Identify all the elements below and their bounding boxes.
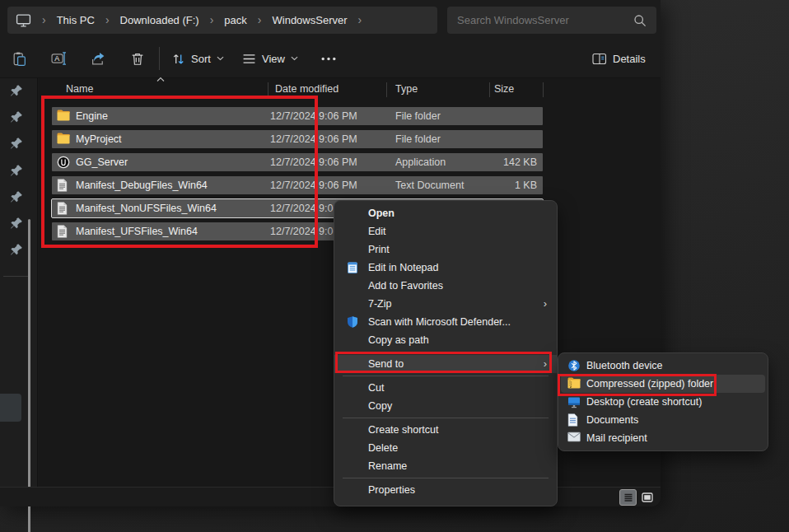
view-label: View bbox=[262, 53, 285, 65]
pin-icon[interactable] bbox=[10, 110, 23, 124]
desktop: This PC Downloaded (F:) pack WindowsServ… bbox=[0, 0, 789, 532]
column-divider[interactable] bbox=[386, 82, 387, 97]
sort-label: Sort bbox=[191, 53, 211, 65]
context-menu: Open Edit Print Edit in Notepad Add to F… bbox=[334, 200, 558, 506]
search-box[interactable] bbox=[447, 7, 656, 34]
column-divider[interactable] bbox=[543, 82, 544, 97]
column-divider[interactable] bbox=[489, 82, 490, 97]
submenu-item-mail-recipient[interactable]: Mail recipient bbox=[561, 429, 765, 447]
breadcrumb-item-this-pc[interactable]: This PC bbox=[57, 14, 95, 26]
text-document-icon bbox=[57, 202, 70, 215]
details-label: Details bbox=[613, 53, 646, 65]
navigation-rail bbox=[0, 78, 38, 487]
menu-item-create-shortcut[interactable]: Create shortcut bbox=[334, 421, 557, 439]
menu-item-send-to[interactable]: Send to bbox=[334, 355, 557, 373]
column-header-name[interactable]: Name bbox=[66, 83, 93, 95]
menu-item-edit[interactable]: Edit bbox=[334, 222, 557, 240]
delete-button[interactable] bbox=[130, 49, 145, 68]
toolbar-divider bbox=[159, 47, 160, 70]
column-header-size[interactable]: Size bbox=[494, 83, 514, 95]
column-header-date[interactable]: Date modified bbox=[275, 83, 338, 95]
file-row-gg-server[interactable]: GG_Server 12/7/2024 9:06 PM Application … bbox=[52, 153, 543, 171]
more-options-button[interactable] bbox=[321, 49, 336, 68]
submenu-item-desktop-create-shortcut[interactable]: Desktop (create shortcut) bbox=[561, 393, 765, 411]
documents-icon bbox=[567, 413, 581, 427]
rail-divider bbox=[3, 276, 30, 277]
menu-item-print[interactable]: Print bbox=[334, 240, 557, 259]
submenu-item-bluetooth-device[interactable]: Bluetooth device bbox=[561, 357, 765, 375]
trash-icon bbox=[130, 51, 145, 67]
file-row-myproject[interactable]: MyProject 12/7/2024 9:06 PM File folder bbox=[52, 130, 543, 148]
send-to-submenu: Bluetooth device Compressed (zipped) fol… bbox=[558, 352, 768, 451]
pin-icon[interactable] bbox=[10, 217, 23, 230]
menu-divider bbox=[343, 352, 549, 352]
menu-item-delete[interactable]: Delete bbox=[334, 439, 557, 457]
menu-item-rename[interactable]: Rename bbox=[334, 457, 557, 475]
menu-item-cut[interactable]: Cut bbox=[334, 379, 557, 397]
folder-icon bbox=[57, 133, 70, 146]
chevron-right-icon bbox=[358, 14, 362, 26]
rail-selected-item[interactable] bbox=[0, 394, 21, 422]
share-icon bbox=[91, 51, 106, 66]
bluetooth-icon bbox=[567, 359, 581, 372]
details-pane-button[interactable]: Details bbox=[592, 49, 646, 68]
scrollbar[interactable] bbox=[28, 219, 30, 532]
svg-text:A: A bbox=[54, 54, 59, 63]
view-button[interactable]: View bbox=[242, 49, 298, 68]
pin-icon[interactable] bbox=[10, 164, 23, 177]
menu-item-scan-with-defender[interactable]: Scan with Microsoft Defender... bbox=[334, 313, 557, 331]
rename-icon: A bbox=[51, 51, 67, 66]
submenu-arrow-icon bbox=[544, 355, 547, 373]
column-header-type[interactable]: Type bbox=[395, 83, 418, 95]
view-icon bbox=[242, 52, 256, 66]
chevron-right-icon bbox=[210, 14, 214, 26]
breadcrumb-item-pack[interactable]: pack bbox=[224, 14, 246, 26]
content-view-icon bbox=[642, 492, 653, 502]
rename-button[interactable]: A bbox=[51, 49, 67, 68]
menu-item-copy-as-path[interactable]: Copy as path bbox=[334, 331, 557, 349]
text-document-icon bbox=[57, 179, 70, 192]
chevron-right-icon bbox=[42, 14, 46, 26]
desktop-icon bbox=[567, 395, 581, 408]
content-view-toggle[interactable] bbox=[638, 489, 656, 506]
pin-icon[interactable] bbox=[10, 190, 23, 203]
column-divider[interactable] bbox=[268, 82, 268, 97]
chevron-right-icon bbox=[105, 14, 110, 26]
zipped-folder-icon bbox=[567, 377, 581, 390]
pin-icon[interactable] bbox=[10, 84, 23, 97]
this-pc-icon bbox=[16, 12, 31, 28]
menu-item-open[interactable]: Open bbox=[334, 204, 557, 222]
address-bar-strip: This PC Downloaded (F:) pack WindowsServ… bbox=[0, 0, 661, 39]
menu-item-7zip[interactable]: 7-Zip bbox=[334, 295, 557, 313]
search-icon bbox=[633, 14, 647, 27]
menu-item-copy[interactable]: Copy bbox=[334, 397, 557, 415]
more-options-icon bbox=[321, 57, 336, 61]
command-bar: A Sort View D bbox=[0, 39, 661, 78]
chevron-down-icon bbox=[291, 56, 298, 61]
search-input[interactable] bbox=[457, 14, 633, 26]
breadcrumb-item-windowsserver[interactable]: WindowsServer bbox=[273, 14, 348, 26]
pin-icon[interactable] bbox=[10, 243, 23, 256]
submenu-item-documents[interactable]: Documents bbox=[561, 411, 765, 429]
chevron-right-icon bbox=[258, 14, 262, 26]
menu-item-add-to-favorites[interactable]: Add to Favorites bbox=[334, 277, 557, 295]
menu-divider bbox=[343, 418, 549, 418]
sort-ascending-icon bbox=[156, 77, 165, 82]
defender-shield-icon bbox=[346, 315, 359, 329]
breadcrumb[interactable]: This PC Downloaded (F:) pack WindowsServ… bbox=[7, 7, 437, 34]
menu-item-properties[interactable]: Properties bbox=[334, 481, 557, 499]
submenu-item-compressed-zipped-folder[interactable]: Compressed (zipped) folder bbox=[561, 375, 765, 393]
file-row-manifest-debug[interactable]: Manifest_DebugFiles_Win64 12/7/2024 9:06… bbox=[52, 176, 543, 194]
list-view-toggle[interactable] bbox=[619, 489, 637, 506]
sort-button[interactable]: Sort bbox=[171, 49, 224, 68]
pin-icon[interactable] bbox=[10, 137, 23, 150]
share-button[interactable] bbox=[91, 49, 106, 68]
breadcrumb-item-drive[interactable]: Downloaded (F:) bbox=[120, 14, 199, 26]
file-row-engine[interactable]: Engine 12/7/2024 9:06 PM File folder bbox=[52, 107, 543, 125]
folder-icon bbox=[57, 110, 70, 123]
menu-item-edit-in-notepad[interactable]: Edit in Notepad bbox=[334, 259, 557, 277]
chevron-down-icon bbox=[217, 56, 224, 61]
paste-button[interactable] bbox=[12, 49, 26, 68]
details-pane-icon bbox=[592, 52, 607, 66]
paste-icon bbox=[12, 51, 26, 67]
